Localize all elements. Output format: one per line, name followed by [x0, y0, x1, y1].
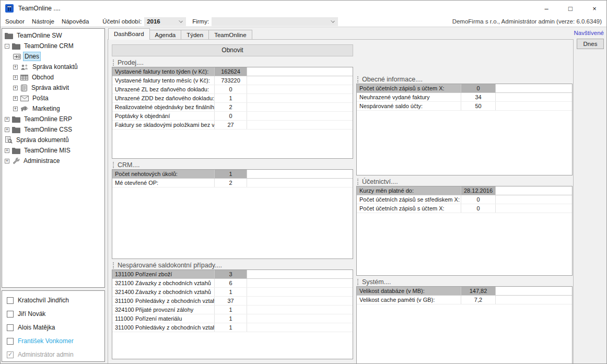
tree-item-teamonline-css[interactable]: + TeamOnline CSS: [2, 124, 104, 135]
table-row[interactable]: 324100 Přijaté provozní zálohy 1: [112, 306, 353, 314]
menu-nastroje[interactable]: Nástroje: [32, 18, 59, 25]
activities-icon: [20, 85, 28, 91]
refresh-button[interactable]: Obnovit: [112, 44, 353, 56]
menu-soubor[interactable]: Soubor: [5, 18, 29, 25]
prodej-table: Vystavené faktury tento týden (v Kč): 16…: [112, 67, 353, 159]
documents-icon: [5, 136, 13, 144]
row-spacer: [247, 85, 353, 93]
table-row[interactable]: 131100 Pořízení zboží 3: [112, 270, 353, 279]
table-row[interactable]: Realizovatelné objednávky bez finálního …: [112, 103, 353, 112]
tree-item-sprava-aktivit[interactable]: + Správa aktivit: [2, 83, 104, 93]
user-row[interactable]: Alois Matějka: [2, 321, 104, 334]
grip-icon: [357, 279, 358, 285]
menu-napoveda[interactable]: Nápověda: [62, 18, 93, 25]
table-row[interactable]: Počet účetních zápisů s účtem X: 0: [357, 84, 572, 93]
row-spacer: [496, 186, 572, 195]
tree-item-obchod[interactable]: + Obchod: [2, 72, 104, 83]
tree-item-label: TeamOnline MIS: [23, 146, 72, 155]
tree-item-teamonline-crm[interactable]: - TeamOnline CRM: [2, 41, 104, 51]
table-row[interactable]: Počet nehotových úkolů: 1: [112, 170, 353, 179]
table-row[interactable]: Poptávky k objednání 0: [112, 112, 353, 121]
checkbox-unchecked-icon[interactable]: [7, 324, 14, 331]
expand-icon[interactable]: +: [13, 75, 18, 80]
tree-item-teamonline-mis[interactable]: + TeamOnline MIS: [2, 145, 104, 156]
checkbox-unchecked-icon[interactable]: [7, 338, 14, 345]
row-value: 28.12.2016: [461, 186, 496, 195]
today-button[interactable]: Dnes: [577, 39, 604, 49]
table-row[interactable]: Velikost databáze (v MB): 147,82: [357, 287, 572, 296]
table-row[interactable]: 311100 Pohledávky z obchodních vztahů 37: [112, 297, 353, 306]
tree-item-dnes[interactable]: Dnes: [2, 51, 104, 62]
window-title: TeamOnline ....: [18, 5, 534, 12]
table-row[interactable]: Velikost cache paměti (v GB): 7,2: [357, 296, 572, 304]
table-row[interactable]: 111000 Pořízení materiálu 1: [112, 314, 353, 323]
row-value: 27: [215, 121, 247, 129]
folder-icon: [12, 116, 20, 123]
firms-combobox[interactable]: [212, 17, 338, 26]
period-combobox[interactable]: 2016: [144, 17, 186, 26]
tree-item-label: TeamOnline ERP: [23, 115, 73, 123]
row-account-code: 131100: [112, 270, 135, 278]
panel-title-crm: CRM....: [112, 160, 353, 169]
tree-item-marketing[interactable]: + Marketing: [2, 103, 104, 114]
table-row[interactable]: Kurzy měn platné do: 28.12.2016: [357, 186, 572, 195]
expand-icon[interactable]: +: [5, 159, 9, 163]
table-row[interactable]: Faktury se skladovými položkami bez výde…: [112, 121, 353, 130]
table-row[interactable]: Vystavené faktury tento měsíc (v Kč): 73…: [112, 76, 353, 85]
panel-title-text: Účetnictví....: [362, 178, 398, 185]
expand-icon[interactable]: +: [13, 65, 18, 69]
expand-icon[interactable]: +: [13, 86, 18, 90]
minimize-button[interactable]: –: [534, 1, 558, 16]
row-account-name: Závazky z obchodních vztahů: [135, 288, 215, 296]
tree-item-posta[interactable]: + Pošta: [2, 93, 104, 103]
user-row[interactable]: František Vonkomer: [2, 334, 104, 348]
table-row[interactable]: Počet účetních zápisů s účtem X: 0: [357, 204, 572, 213]
panel-title-obecne: Obecné informace....: [356, 75, 573, 84]
collapse-icon[interactable]: -: [5, 44, 9, 49]
table-row[interactable]: Uhrazené ZDD bez daňového dokladu: 1: [112, 94, 353, 103]
expand-icon[interactable]: +: [5, 127, 9, 132]
visited-link[interactable]: Navštívené: [574, 30, 606, 36]
tab-dashboard[interactable]: DashBoard: [108, 28, 150, 40]
tree-item-teamonline-erp[interactable]: + TeamOnline ERP: [2, 114, 104, 124]
tree-item-teamonline-sw[interactable]: TeamOnline SW: [2, 30, 104, 41]
table-row[interactable]: Počet účetních zápisů se střediskem X: 0: [357, 195, 572, 204]
table-row[interactable]: 321100 Závazky z obchodních vztahů 6: [112, 279, 353, 288]
expand-icon[interactable]: +: [5, 117, 9, 122]
user-row[interactable]: Kratochvíl Jindřich: [2, 293, 104, 307]
row-account-name: Pořízení materiálu: [135, 314, 215, 323]
left-sidebar: TeamOnline SW - TeamOnline CRM Dnes + Sp…: [2, 28, 105, 363]
checkbox-checked-icon[interactable]: [7, 351, 14, 358]
user-row[interactable]: Jiří Novák: [2, 307, 104, 321]
mail-icon: [20, 96, 29, 101]
row-account-code: 311000: [112, 323, 135, 332]
saldo-table: 131100 Pořízení zboží 3 321100 Závazky z…: [112, 269, 353, 359]
checkbox-unchecked-icon[interactable]: [7, 311, 14, 318]
row-account-code: 321100: [112, 279, 135, 287]
table-row[interactable]: Nespárované saldo účty: 50: [357, 102, 572, 111]
checkbox-unchecked-icon[interactable]: [7, 297, 14, 304]
table-row[interactable]: Neuhrazené vydané faktury 34: [357, 93, 572, 102]
user-row[interactable]: Administrátor admin: [2, 348, 104, 361]
tab-teamonline[interactable]: TeamOnline: [209, 30, 252, 40]
table-row[interactable]: Uhrazené ZL bez daňového dokladu: 0: [112, 85, 353, 94]
tree-item-administrace[interactable]: + Administrace: [2, 156, 104, 166]
table-row[interactable]: 321400 Závazky z obchodních vztahů 1: [112, 288, 353, 297]
row-label: Faktury se skladovými položkami bez výde…: [112, 121, 215, 129]
maximize-button[interactable]: □: [558, 1, 582, 16]
row-label: Poptávky k objednání: [112, 112, 215, 120]
close-button[interactable]: ×: [582, 1, 606, 16]
expand-icon[interactable]: +: [5, 148, 9, 153]
table-row[interactable]: Vystavené faktury tento týden (v Kč): 16…: [112, 67, 353, 76]
tab-tyden[interactable]: Týden: [181, 30, 209, 40]
row-spacer: [247, 179, 353, 187]
table-row[interactable]: Mé otevřené OP: 2: [112, 179, 353, 187]
row-label: Kurzy měn platné do:: [357, 186, 461, 195]
table-row[interactable]: 311000 Pohledávky z obchodních vztahů 1: [112, 323, 353, 332]
tree-item-sprava-dokumentu[interactable]: Správa dokumentů: [2, 135, 104, 145]
tab-agenda[interactable]: Agenda: [150, 30, 182, 40]
tree-item-sprava-kontaktu[interactable]: + Správa kontaktů: [2, 62, 104, 72]
expand-icon[interactable]: +: [13, 96, 18, 101]
expand-icon[interactable]: +: [13, 107, 18, 111]
marketing-icon: [20, 105, 29, 112]
